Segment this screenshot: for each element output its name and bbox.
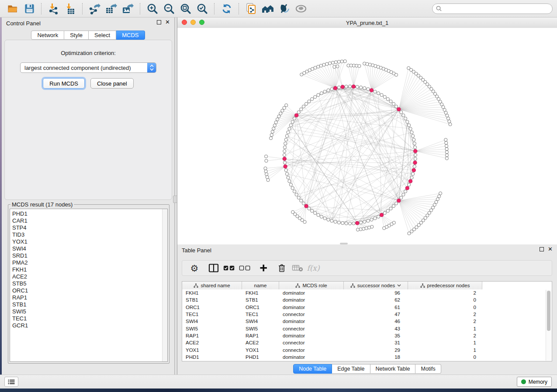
table-cell[interactable]: RAP1 [182, 333, 242, 338]
table-cell[interactable]: 46 [344, 319, 408, 324]
run-mcds-button[interactable]: Run MCDS [43, 78, 85, 89]
table-cell[interactable]: connector [279, 347, 344, 353]
zoom-out-icon[interactable] [162, 2, 176, 15]
window-close-icon[interactable] [182, 20, 187, 25]
table-row[interactable]: ORC1ORC1dominator610 [182, 304, 552, 311]
add-column-icon[interactable] [256, 262, 270, 274]
table-cell[interactable]: 2 [408, 319, 482, 324]
table-cell[interactable]: 0 [408, 297, 482, 303]
column-header-shared-name[interactable]: shared name [182, 282, 242, 289]
table-cell[interactable]: 61 [344, 305, 408, 310]
table-cell[interactable]: 29 [344, 347, 408, 353]
tab-select[interactable]: Select [89, 31, 116, 40]
tab-motifs[interactable]: Motifs [415, 364, 441, 374]
delete-columns-icon[interactable] [275, 262, 289, 274]
table-cell[interactable]: 2 [408, 312, 482, 317]
zoom-fit-icon[interactable] [178, 2, 193, 15]
close-panel-icon[interactable]: ✕ [548, 247, 553, 251]
table-cell[interactable]: 18 [344, 354, 408, 360]
table-row[interactable]: SWI5SWI5connector431 [182, 325, 552, 332]
export-image-icon[interactable] [121, 2, 135, 15]
table-cell[interactable]: dominator [279, 319, 344, 324]
table-row[interactable]: RAP1RAP1dominator352 [182, 332, 552, 339]
table-cell[interactable]: YOX1 [182, 347, 242, 353]
table-cell[interactable]: dominator [279, 297, 344, 303]
list-item[interactable]: TEC1 [12, 315, 167, 322]
table-cell[interactable]: dominator [279, 354, 344, 360]
open-session-icon[interactable] [5, 2, 20, 15]
import-table-icon[interactable] [63, 2, 78, 15]
table-cell[interactable]: 0 [408, 305, 482, 310]
close-panel-button[interactable]: Close panel [90, 78, 134, 89]
table-cell[interactable]: FKH1 [242, 290, 279, 296]
table-row[interactable]: PHD1PHD1dominator180 [182, 354, 552, 361]
table-cell[interactable]: ACE2 [182, 340, 242, 345]
table-cell[interactable]: TEC1 [182, 312, 242, 317]
table-cell[interactable]: connector [279, 340, 344, 345]
tab-style[interactable]: Style [64, 31, 89, 40]
zoom-selected-icon[interactable] [195, 2, 210, 15]
table-cell[interactable]: YOX1 [242, 347, 279, 353]
list-item[interactable]: PHD1 [12, 210, 167, 217]
zoom-in-icon[interactable] [145, 2, 160, 15]
table-cell[interactable]: 1 [408, 340, 482, 345]
table-cell[interactable]: ACE2 [242, 340, 279, 345]
table-cell[interactable]: STB1 [242, 297, 279, 303]
list-item[interactable]: FKH1 [12, 266, 167, 273]
table-cell[interactable]: connector [279, 312, 344, 317]
table-cell[interactable]: SWI4 [182, 319, 242, 324]
table-cell[interactable]: PHD1 [182, 354, 242, 360]
table-cell[interactable]: 96 [344, 290, 408, 296]
list-item[interactable]: ACE2 [12, 273, 167, 280]
table-cell[interactable]: SWI4 [242, 319, 279, 324]
deselect-all-rows-icon[interactable] [238, 262, 252, 274]
table-cell[interactable]: 1 [408, 326, 482, 331]
tab-node-table[interactable]: Node Table [293, 364, 332, 374]
table-cell[interactable]: PHD1 [242, 354, 279, 360]
list-item[interactable]: YOX1 [12, 238, 167, 245]
table-row[interactable]: YOX1YOX1connector291 [182, 346, 552, 353]
table-cell[interactable]: dominator [279, 290, 344, 296]
table-cell[interactable]: TEC1 [242, 312, 279, 317]
list-item[interactable]: GCR1 [12, 322, 167, 329]
close-panel-icon[interactable]: ✕ [165, 20, 170, 24]
import-network-icon[interactable] [46, 2, 61, 15]
list-item[interactable]: CAR1 [12, 217, 167, 224]
export-table-icon[interactable] [104, 2, 119, 15]
network-nodes[interactable] [264, 60, 452, 235]
scrollbar-thumb[interactable] [547, 291, 550, 331]
table-row[interactable]: ACE2ACE2connector311 [182, 339, 552, 346]
search-field[interactable] [432, 3, 553, 14]
tab-mcds[interactable]: MCDS [116, 31, 145, 40]
table-cell[interactable]: SWI5 [182, 326, 242, 331]
window-zoom-icon[interactable] [199, 20, 204, 25]
network-graph[interactable] [177, 28, 557, 244]
table-row[interactable]: SWI4SWI4dominator462 [182, 318, 552, 325]
list-item[interactable]: PMA2 [12, 259, 167, 266]
list-item[interactable]: TID3 [12, 231, 167, 238]
network-canvas[interactable] [177, 28, 557, 244]
list-item[interactable]: ORC1 [12, 287, 167, 294]
column-header-successor-nodes[interactable]: successor nodes [344, 282, 408, 289]
column-header-name[interactable]: name [242, 282, 279, 289]
table-scrollbar[interactable] [546, 290, 551, 361]
show-columns-icon[interactable] [207, 262, 221, 274]
table-cell[interactable]: SWI5 [242, 326, 279, 331]
table-row[interactable]: STB1STB1dominator620 [182, 296, 552, 303]
save-session-icon[interactable] [22, 2, 37, 15]
table-cell[interactable]: 2 [408, 333, 482, 338]
delete-table-icon[interactable] [291, 262, 304, 274]
float-window-icon[interactable] [157, 20, 161, 24]
tab-edge-table[interactable]: Edge Table [332, 364, 370, 374]
table-cell[interactable]: 1 [408, 347, 482, 353]
table-cell[interactable]: 2 [408, 290, 482, 296]
table-cell[interactable]: dominator [279, 305, 344, 310]
window-minimize-icon[interactable] [190, 20, 196, 25]
table-cell[interactable]: ORC1 [242, 305, 279, 310]
tab-network[interactable]: Network [31, 31, 64, 40]
table-mode-gear-icon[interactable]: ⚙ [187, 262, 201, 274]
task-history-icon[interactable] [4, 377, 18, 387]
list-item[interactable]: SWI4 [12, 245, 167, 252]
table-row[interactable]: TEC1TEC1connector472 [182, 311, 552, 318]
tab-network-table[interactable]: Network Table [370, 364, 416, 374]
